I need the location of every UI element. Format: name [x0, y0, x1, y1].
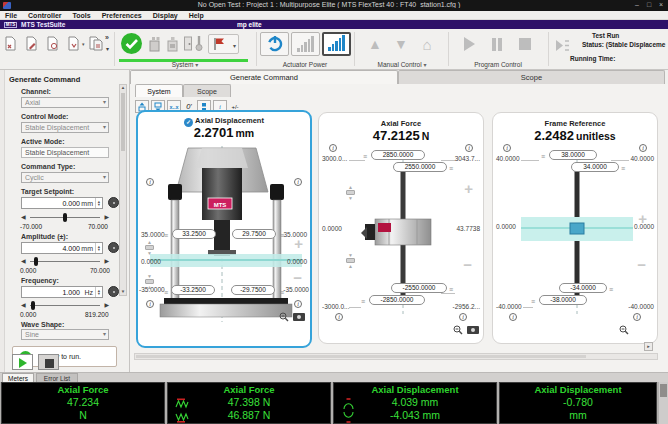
report-button[interactable]	[87, 34, 104, 53]
gauge-horizontal-scrollbar[interactable]	[134, 353, 658, 360]
info-icon[interactable]: i	[509, 313, 517, 321]
actuator-power-low-button[interactable]	[291, 32, 320, 56]
decrease-button[interactable]: −	[463, 259, 472, 271]
edit-test-button[interactable]	[23, 34, 40, 53]
run-button[interactable]	[12, 354, 33, 370]
gauge-axial-force[interactable]: Axial Force 47.2125N i i 3000.0... ≡ 285…	[318, 112, 484, 344]
stop-button[interactable]	[38, 354, 59, 370]
manual-control-label[interactable]: Manual Control ▾	[356, 61, 448, 68]
info-icon[interactable]: i	[335, 313, 343, 321]
upper-limit-box[interactable]: 2550.0000	[393, 162, 447, 172]
upper-limit-stepper[interactable]: ▲▼	[144, 240, 155, 255]
scroll-thumb[interactable]	[136, 355, 586, 358]
upper-limit-box[interactable]: 2850.0000	[371, 150, 425, 160]
info-icon[interactable]: i	[503, 144, 511, 152]
panel-scrollbar[interactable]: ▲ ▼	[119, 84, 127, 296]
scroll-up-icon[interactable]: ▲	[120, 85, 126, 91]
scroll-down-icon[interactable]: ▼	[120, 289, 126, 295]
frequency-gear-icon[interactable]	[108, 286, 119, 297]
info-icon[interactable]: i	[146, 300, 154, 308]
lower-limit-stepper[interactable]: ▼▲	[345, 253, 356, 268]
upper-limit-box[interactable]: 29.7500	[232, 229, 276, 239]
limit-handle-icon[interactable]: ≡	[363, 154, 367, 160]
menu-tools[interactable]: Tools	[73, 12, 91, 19]
toolbar-overflow-chevron-icon[interactable]: ▾	[106, 45, 109, 52]
actuator-power-off-button[interactable]	[260, 32, 289, 56]
camera-icon[interactable]	[467, 326, 479, 334]
subtab-system[interactable]: System	[135, 84, 183, 97]
wave-shape-select[interactable]: Sine▾	[21, 329, 109, 340]
slider-handle[interactable]	[31, 301, 35, 310]
slider-handle[interactable]	[34, 257, 38, 266]
decrease-button[interactable]: −	[293, 272, 302, 284]
limit-handle-icon[interactable]: ≡	[609, 287, 613, 293]
limit-handle-icon[interactable]: ≡	[449, 166, 453, 172]
slider-right-icon[interactable]: ▶	[104, 302, 109, 309]
gauge-axial-displacement[interactable]: ✓Axial Displacement 2.2701mm i i MTS	[136, 110, 312, 348]
slider-right-icon[interactable]: ▶	[104, 258, 109, 265]
info-icon[interactable]: i	[633, 313, 641, 321]
frequency-slider[interactable]: ◀ ▶	[21, 301, 109, 310]
upper-limit-box[interactable]: 34.0000	[571, 162, 619, 172]
tab-generate-command[interactable]: Generate Command	[130, 70, 398, 84]
run-test-button[interactable]	[552, 34, 572, 56]
menu-file[interactable]: File	[5, 12, 17, 19]
limit-handle-icon[interactable]: ≡	[621, 166, 625, 172]
program-pause-button[interactable]	[486, 32, 508, 56]
toolbar-overflow-icon[interactable]: »	[105, 34, 109, 41]
tab-scope[interactable]: Scope	[398, 70, 665, 84]
limit-handle-icon[interactable]: ≡	[541, 154, 545, 160]
lower-limit-box[interactable]: -2550.0000	[391, 283, 447, 293]
target-gear-icon[interactable]	[108, 197, 119, 208]
save-dropdown-chevron-icon[interactable]: ▾	[82, 41, 85, 47]
upper-limit-box[interactable]: 33.2500	[172, 229, 216, 239]
menu-controller[interactable]: Controller	[28, 12, 61, 19]
scroll-thumb[interactable]	[660, 384, 667, 397]
meters-scrollbar[interactable]	[659, 382, 668, 424]
target-setpoint-input[interactable]: 0.000mm ▴▾	[21, 197, 103, 209]
frequency-spinner[interactable]: ▴▾	[95, 287, 102, 297]
menu-display[interactable]: Display	[153, 12, 178, 19]
slider-track[interactable]	[30, 305, 100, 306]
save-test-button[interactable]	[65, 34, 82, 53]
zoom-icon[interactable]	[619, 325, 629, 335]
temperature-icon[interactable]	[195, 34, 203, 56]
lower-limit-box[interactable]: -34.0000	[559, 283, 607, 293]
zoom-icon[interactable]	[453, 325, 463, 335]
slider-right-icon[interactable]: ▶	[104, 214, 109, 221]
slider-left-icon[interactable]: ◀	[21, 214, 26, 221]
target-spinner[interactable]: ▴▾	[95, 198, 102, 208]
slider-left-icon[interactable]: ◀	[21, 302, 26, 309]
lower-limit-box[interactable]: -33.2500	[171, 285, 215, 295]
command-type-select[interactable]: Cyclic▾	[21, 172, 109, 183]
decrease-button[interactable]: −	[637, 259, 646, 271]
amplitude-spinner[interactable]: ▴▾	[95, 243, 102, 253]
camera-icon[interactable]	[293, 313, 305, 321]
upper-limit-box[interactable]: 38.0000	[549, 150, 597, 160]
channel-select[interactable]: Axial▾	[21, 97, 109, 108]
gauge-scroll-right-button[interactable]: ▸	[644, 342, 653, 351]
open-test-button[interactable]	[44, 34, 61, 53]
gauge-frame-reference[interactable]: Frame Reference 2.2482unitless i i 40.00…	[492, 112, 658, 344]
panel-splitter[interactable]	[0, 70, 5, 372]
info-icon[interactable]: i	[459, 313, 467, 321]
slider-track[interactable]	[30, 261, 100, 262]
lower-limit-box[interactable]: -29.7500	[231, 285, 275, 295]
frequency-input[interactable]: 1.000Hz ▴▾	[21, 286, 103, 298]
menu-preferences[interactable]: Preferences	[102, 12, 142, 19]
limit-handle-icon[interactable]: ≡	[164, 233, 168, 239]
close-button[interactable]: ×	[656, 1, 666, 8]
amplitude-gear-icon[interactable]	[108, 242, 119, 253]
program-stop-button[interactable]	[514, 32, 536, 56]
upper-limit-stepper[interactable]: ▲▼	[345, 185, 356, 200]
info-icon[interactable]: i	[329, 144, 337, 152]
limit-handle-icon[interactable]: ≡	[361, 299, 365, 305]
actuator-power-high-button[interactable]	[322, 32, 351, 56]
new-test-button[interactable]	[2, 34, 19, 53]
menu-help[interactable]: Help	[189, 12, 204, 19]
increase-button[interactable]: +	[464, 183, 473, 195]
system-group-label[interactable]: System ▾	[116, 61, 254, 68]
amplitude-slider[interactable]: ◀ ▶	[21, 257, 109, 266]
subtab-scope[interactable]: Scope	[183, 84, 231, 97]
slider-left-icon[interactable]: ◀	[21, 258, 26, 265]
